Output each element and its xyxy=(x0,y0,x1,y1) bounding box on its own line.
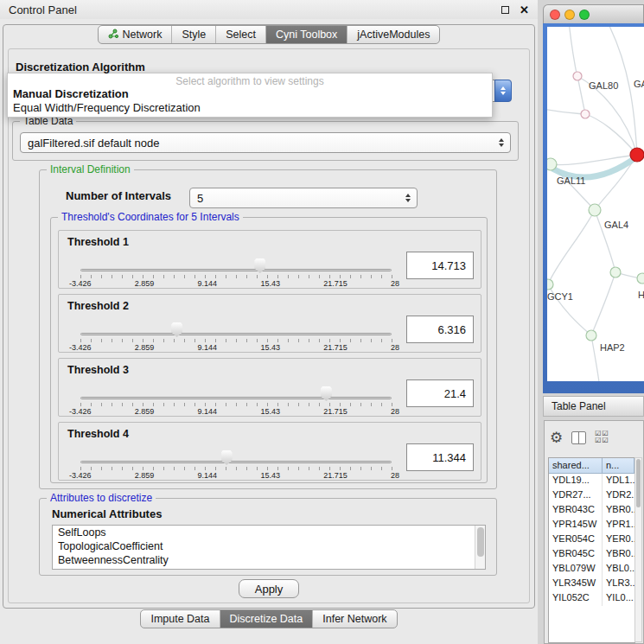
tab-infer-network[interactable]: Infer Network xyxy=(313,610,396,628)
table-row[interactable]: YBR043CYBR0... xyxy=(549,503,634,518)
table-row[interactable]: YDL19...YDL1... xyxy=(549,474,634,488)
numerical-attributes-list[interactable]: SelfLoopsTopologicalCoefficientBetweenne… xyxy=(52,525,486,570)
table-cell[interactable]: YER0... xyxy=(603,532,634,547)
table-row[interactable]: YBL079WYBL0... xyxy=(549,562,634,577)
network-node[interactable] xyxy=(547,158,557,170)
minimize-traffic-light[interactable] xyxy=(564,10,575,20)
network-edge[interactable] xyxy=(591,335,599,381)
tab-discretize-data[interactable]: Discretize Data xyxy=(220,610,314,628)
threshold-4-slider-track[interactable] xyxy=(80,461,392,463)
table-cell[interactable]: YLR3... xyxy=(603,577,634,591)
network-canvas[interactable]: GAL80GAGAL11GAL4GCY1HHAP2 xyxy=(547,27,644,381)
table-panel-titlebar[interactable]: Table Panel xyxy=(543,396,644,417)
apply-button[interactable]: Apply xyxy=(239,579,299,598)
table-row[interactable]: YIL052CYIL0... xyxy=(549,591,634,606)
network-node[interactable] xyxy=(610,267,621,277)
scale-label: 28 xyxy=(391,407,399,416)
columns-icon[interactable] xyxy=(571,431,586,444)
zoom-traffic-light[interactable] xyxy=(579,10,590,20)
threshold-2-panel: Threshold 2 -3.4262.8599.14415.4321.7152… xyxy=(58,294,481,353)
tab-cyni-toolbox[interactable]: Cyni Toolbox xyxy=(266,26,348,43)
table-cell[interactable]: YBL079W xyxy=(549,562,603,577)
column-header[interactable]: shared... xyxy=(549,458,603,474)
network-node[interactable] xyxy=(581,110,590,118)
table-row[interactable]: YDR27...YDR2... xyxy=(549,488,634,503)
column-header[interactable]: n... xyxy=(603,458,634,474)
close-icon[interactable]: ✕ xyxy=(520,3,529,16)
dropdown-option-equal-width-frequency[interactable]: Equal Width/Frequency Discretization xyxy=(8,101,492,115)
tab-network[interactable]: Network xyxy=(99,26,173,43)
network-window-titlebar[interactable] xyxy=(543,4,644,23)
table-data-combobox[interactable]: galFiltered.sif default node xyxy=(20,132,511,153)
network-node[interactable] xyxy=(573,72,582,80)
tab-jactivemodules[interactable]: jActiveModules xyxy=(348,26,439,43)
control-panel-titlebar[interactable]: Control Panel ✕ xyxy=(0,0,538,19)
scrollbar-thumb[interactable] xyxy=(636,459,641,507)
number-of-intervals-combobox[interactable]: 5 xyxy=(189,188,418,208)
combobox-arrows-icon[interactable] xyxy=(494,80,512,102)
attribute-item[interactable]: TopologicalCoefficient xyxy=(53,539,485,553)
network-node[interactable] xyxy=(586,330,596,341)
table-cell[interactable]: YER054C xyxy=(549,532,603,547)
table-cell[interactable]: YLR345W xyxy=(549,577,603,591)
network-edge[interactable] xyxy=(577,76,585,114)
table-data-group: Table Data galFiltered.sif default node xyxy=(12,121,519,161)
threshold-1-slider-track[interactable] xyxy=(80,269,392,271)
table-cell[interactable]: YPR145W xyxy=(549,518,603,532)
threshold-2-value[interactable]: 6.316 xyxy=(406,316,474,343)
scale-label: 15.43 xyxy=(260,471,280,480)
table-cell[interactable]: YDR2... xyxy=(603,488,634,503)
table-row[interactable]: YER054CYER0... xyxy=(549,532,634,547)
table-scrollbar[interactable] xyxy=(634,457,642,642)
node-label: H xyxy=(638,290,644,300)
network-node[interactable] xyxy=(589,204,601,216)
table-cell[interactable]: YDR27... xyxy=(549,488,603,503)
table-row[interactable]: YPR145WYPR1... xyxy=(549,518,634,532)
numerical-attributes-label: Numerical Attributes xyxy=(52,507,162,520)
threshold-4-value[interactable]: 11.344 xyxy=(406,443,474,471)
network-node[interactable] xyxy=(547,279,553,290)
network-node[interactable] xyxy=(637,273,644,284)
tab-style[interactable]: Style xyxy=(172,26,216,43)
threshold-3-value[interactable]: 21.4 xyxy=(406,379,474,407)
network-edge[interactable] xyxy=(569,27,577,78)
threshold-1-value[interactable]: 14.713 xyxy=(406,252,474,279)
table-cell[interactable]: YBR0... xyxy=(603,503,634,518)
table-cell[interactable]: YPR1... xyxy=(603,518,634,532)
list-scrollbar[interactable] xyxy=(475,526,485,569)
network-edge[interactable] xyxy=(591,272,615,335)
tab-select[interactable]: Select xyxy=(216,26,266,43)
table-cell[interactable]: YDL1... xyxy=(603,474,634,488)
select-columns-icon[interactable]: ☑☑☑☑ xyxy=(595,430,609,444)
table-cell[interactable]: YBR043C xyxy=(549,503,603,518)
tab-impute-data[interactable]: Impute Data xyxy=(141,610,220,628)
table-cell[interactable]: YIL0... xyxy=(603,591,634,606)
scale-label: 15.43 xyxy=(260,279,280,288)
scrollbar-thumb[interactable] xyxy=(477,527,484,557)
table-row[interactable]: YLR345WYLR3... xyxy=(549,577,634,591)
dropdown-option-manual-discretization[interactable]: Manual Discretization xyxy=(8,87,492,101)
float-window-icon[interactable] xyxy=(501,6,509,14)
network-edge[interactable] xyxy=(547,109,585,114)
network-edge[interactable] xyxy=(548,210,595,284)
threshold-1-label: Threshold 1 xyxy=(67,236,129,248)
table-cell[interactable]: YBR045C xyxy=(549,547,603,562)
gear-icon[interactable]: ⚙ xyxy=(550,430,563,445)
bottom-tabs: Impute Data Discretize Data Infer Networ… xyxy=(140,609,397,628)
scale-label: 28 xyxy=(391,471,399,480)
table-cell[interactable]: YIL052C xyxy=(549,591,603,606)
table-cell[interactable]: YBR0... xyxy=(603,547,634,562)
network-node[interactable] xyxy=(630,148,644,162)
table-cell[interactable]: YBL0... xyxy=(603,562,634,577)
threshold-3-label: Threshold 3 xyxy=(67,364,129,376)
threshold-3-slider-track[interactable] xyxy=(80,397,392,399)
threshold-2-label: Threshold 2 xyxy=(67,300,129,312)
table-row[interactable]: YBR045CYBR0... xyxy=(549,547,634,562)
scale-label: 28 xyxy=(391,279,399,288)
table-cell[interactable]: YDL19... xyxy=(549,474,603,488)
attribute-item[interactable]: BetweennessCentrality xyxy=(53,553,485,567)
network-edge[interactable] xyxy=(608,27,637,155)
threshold-2-slider-track[interactable] xyxy=(80,333,392,335)
attribute-item[interactable]: SelfLoops xyxy=(53,526,485,539)
close-traffic-light[interactable] xyxy=(550,10,560,20)
